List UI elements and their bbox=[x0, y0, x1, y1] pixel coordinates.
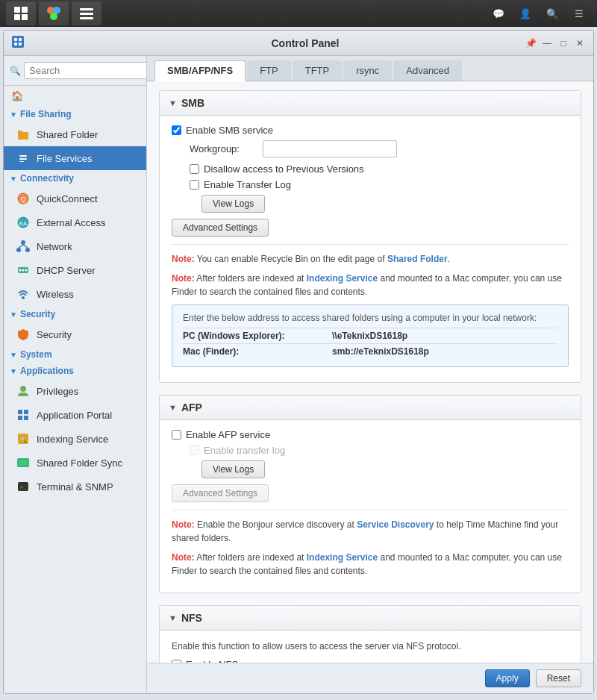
wireless-label: Wireless bbox=[37, 289, 74, 300]
nfs-chevron-icon: ▼ bbox=[169, 613, 177, 622]
enable-smb-checkbox[interactable] bbox=[172, 125, 181, 135]
sync-icon bbox=[16, 455, 31, 470]
tftp-tab[interactable]: TFTP bbox=[293, 60, 343, 81]
connectivity-label: Connectivity bbox=[20, 173, 74, 184]
chevron-down-icon: ▼ bbox=[10, 367, 17, 375]
sidebar-item-network[interactable]: Network bbox=[4, 234, 146, 258]
reset-button[interactable]: Reset bbox=[536, 669, 581, 687]
transfer-log-label: Enable Transfer Log bbox=[204, 179, 291, 190]
menu-taskbar-icon[interactable]: ☰ bbox=[567, 1, 591, 25]
user-icon[interactable]: 👤 bbox=[513, 1, 537, 25]
home-button[interactable]: 🏠 bbox=[4, 86, 146, 106]
indexing-service-link1[interactable]: Indexing Service bbox=[307, 273, 378, 284]
enable-afp-row: Enable AFP service bbox=[172, 429, 569, 440]
system-section-label: System bbox=[20, 349, 52, 360]
wireless-icon bbox=[16, 287, 31, 301]
grid-taskbar-icon[interactable] bbox=[6, 1, 36, 25]
smb-title: SMB bbox=[181, 97, 204, 109]
smb-afp-nfs-tab[interactable]: SMB/AFP/NFS bbox=[154, 60, 246, 81]
external-icon: EA bbox=[16, 215, 31, 230]
chat-icon[interactable]: 💬 bbox=[487, 1, 510, 25]
svg-rect-35 bbox=[24, 410, 28, 414]
chevron-down-icon: ▼ bbox=[10, 351, 17, 359]
sidebar-item-security[interactable]: Security bbox=[4, 322, 146, 346]
rsync-tab[interactable]: rsync bbox=[343, 60, 392, 81]
enable-afp-checkbox[interactable] bbox=[172, 430, 181, 440]
indexing-service-label: Indexing Service bbox=[37, 434, 108, 445]
mac-label: Mac (Finder): bbox=[183, 346, 332, 357]
view-logs-button[interactable]: View Logs bbox=[201, 195, 265, 213]
sidebar-item-terminal-snmp[interactable]: >_ Terminal & SNMP bbox=[4, 475, 146, 499]
note2-label-text: Note: bbox=[172, 273, 195, 284]
privileges-label: Privileges bbox=[37, 386, 78, 397]
workgroup-input[interactable]: WORKGROUP bbox=[263, 140, 397, 157]
afp-transfer-log-checkbox[interactable] bbox=[190, 446, 199, 455]
workgroup-row: Workgroup: WORKGROUP bbox=[172, 140, 569, 157]
file-sharing-section-header[interactable]: ▼ File Sharing bbox=[4, 106, 146, 122]
close-button[interactable]: ✕ bbox=[574, 37, 586, 49]
connectivity-section-header[interactable]: ▼ Connectivity bbox=[4, 170, 146, 187]
afp-divider bbox=[172, 510, 569, 510]
transfer-log-checkbox[interactable] bbox=[190, 180, 199, 190]
sidebar-item-quickconnect[interactable]: Q QuickConnect bbox=[4, 187, 146, 210]
advanced-settings-container: Advanced Settings bbox=[172, 219, 569, 237]
system-section-header[interactable]: ▼ System bbox=[4, 346, 146, 363]
indexing-service-link2[interactable]: Indexing Service bbox=[307, 552, 378, 563]
portal-icon bbox=[16, 407, 31, 422]
pc-info-row: PC (Windows Explorer): \\eTeknixDS1618p bbox=[183, 328, 557, 343]
sidebar-item-wireless[interactable]: Wireless bbox=[4, 282, 146, 306]
ftp-tab[interactable]: FTP bbox=[247, 60, 291, 81]
disallow-previous-label: Disallow access to Previous Versions bbox=[204, 163, 364, 175]
sidebar-item-indexing-service[interactable]: 🔍 Indexing Service bbox=[4, 427, 146, 451]
smb-divider bbox=[172, 244, 569, 245]
privileges-icon bbox=[16, 384, 31, 399]
afp-note2-label: Note: bbox=[172, 552, 195, 563]
afp-section-header[interactable]: ▼ AFP bbox=[160, 396, 581, 420]
advanced-settings-button[interactable]: Advanced Settings bbox=[172, 219, 269, 237]
quickconnect-icon: Q bbox=[16, 191, 31, 206]
color-taskbar-icon[interactable] bbox=[39, 1, 69, 25]
svg-text:>_: >_ bbox=[20, 484, 27, 490]
pin-button[interactable]: 📌 bbox=[525, 37, 537, 49]
svg-point-31 bbox=[25, 269, 28, 272]
sidebar-item-file-services[interactable]: File Services bbox=[4, 146, 146, 170]
sidebar-item-privileges[interactable]: Privileges bbox=[4, 379, 146, 403]
control-panel-window: Control Panel 📌 — □ ✕ 🔍 🏠 ▼ File Sharing bbox=[3, 30, 594, 694]
afp-view-logs-button[interactable]: View Logs bbox=[201, 460, 265, 478]
smb-section-header[interactable]: ▼ SMB bbox=[160, 91, 581, 116]
svg-rect-34 bbox=[18, 410, 22, 414]
main-content: ▼ SMB Enable SMB service Workgroup: WORK… bbox=[147, 81, 593, 663]
search-taskbar-icon[interactable]: 🔍 bbox=[540, 1, 564, 25]
shared-folder-link1[interactable]: Shared Folder bbox=[387, 254, 448, 264]
panel-taskbar-icon[interactable] bbox=[72, 1, 101, 25]
smb-section: ▼ SMB Enable SMB service Workgroup: WORK… bbox=[159, 90, 581, 383]
svg-rect-14 bbox=[19, 43, 22, 46]
minimize-button[interactable]: — bbox=[541, 37, 553, 49]
sidebar-item-shared-folder-sync[interactable]: Shared Folder Sync bbox=[4, 451, 146, 475]
note1-text: You can enable Recycle Bin on the edit p… bbox=[195, 254, 387, 264]
sidebar-item-shared-folder[interactable]: Shared Folder bbox=[4, 122, 146, 146]
svg-rect-3 bbox=[22, 14, 28, 20]
terminal-snmp-label: Terminal & SNMP bbox=[37, 481, 113, 493]
svg-rect-9 bbox=[80, 17, 93, 19]
external-access-label: External Access bbox=[37, 217, 106, 228]
security-section-header[interactable]: ▼ Security bbox=[4, 306, 146, 322]
svg-text:EA: EA bbox=[19, 220, 28, 227]
apply-button[interactable]: Apply bbox=[485, 669, 530, 687]
security-icon bbox=[16, 327, 31, 342]
nfs-section-header[interactable]: ▼ NFS bbox=[160, 606, 581, 631]
search-icon: 🔍 bbox=[10, 66, 21, 76]
disallow-previous-checkbox[interactable] bbox=[190, 164, 199, 174]
advanced-tab[interactable]: Advanced bbox=[393, 60, 462, 81]
afp-advanced-settings-button[interactable]: Advanced Settings bbox=[172, 484, 269, 502]
sidebar-item-application-portal[interactable]: Application Portal bbox=[4, 403, 146, 427]
maximize-button[interactable]: □ bbox=[557, 37, 569, 49]
workgroup-label: Workgroup: bbox=[190, 143, 257, 154]
smb-section-body: Enable SMB service Workgroup: WORKGROUP … bbox=[160, 116, 581, 382]
service-discovery-link[interactable]: Service Discovery bbox=[357, 519, 434, 530]
applications-section-header[interactable]: ▼ Applications bbox=[4, 363, 146, 379]
sidebar-item-external-access[interactable]: EA External Access bbox=[4, 210, 146, 234]
svg-line-26 bbox=[19, 245, 23, 248]
search-input[interactable] bbox=[24, 62, 147, 79]
sidebar-item-dhcp-server[interactable]: DHCP Server bbox=[4, 258, 146, 282]
